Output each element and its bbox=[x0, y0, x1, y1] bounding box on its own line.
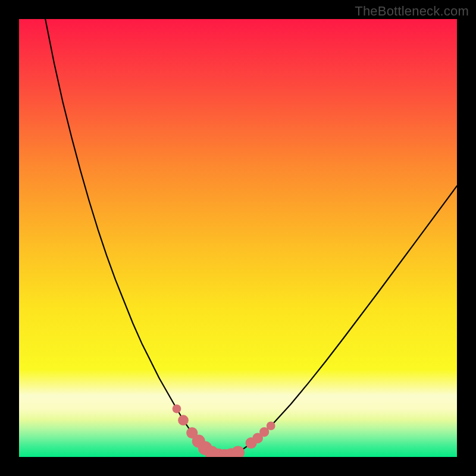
data-marker bbox=[267, 421, 275, 430]
data-marker bbox=[173, 405, 181, 414]
gradient-background bbox=[19, 19, 457, 457]
chart-frame: TheBottleneck.com bbox=[0, 0, 476, 476]
plot-area bbox=[19, 19, 457, 457]
bottleneck-chart bbox=[19, 19, 457, 457]
data-marker bbox=[178, 415, 189, 425]
watermark-text: TheBottleneck.com bbox=[355, 4, 469, 19]
